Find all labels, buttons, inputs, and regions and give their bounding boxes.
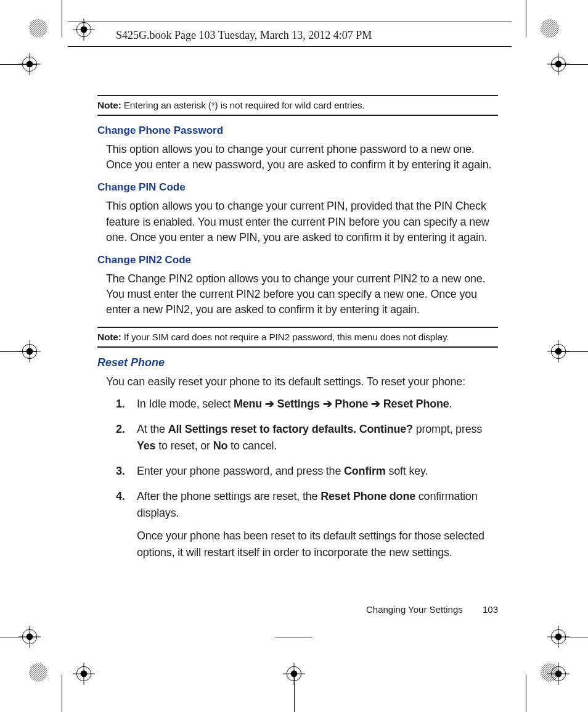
para-change-phone-password: This option allows you to change your cu… bbox=[106, 142, 498, 173]
registration-mark-icon bbox=[73, 663, 95, 685]
header-text: S425G.book Page 103 Tuesday, March 13, 2… bbox=[116, 29, 372, 42]
page-content: Note: Entering an asterisk (*) is not re… bbox=[97, 86, 498, 570]
step-number: 4. bbox=[116, 488, 125, 505]
heading-reset-phone: Reset Phone bbox=[97, 356, 498, 369]
para-change-pin2-code: The Change PIN2 option allows you to cha… bbox=[106, 271, 498, 318]
corner-ornament-icon bbox=[28, 18, 48, 38]
registration-mark-icon bbox=[18, 626, 41, 648]
registration-mark-icon bbox=[18, 340, 41, 362]
registration-mark-icon bbox=[18, 53, 41, 75]
reset-steps-list: 1. In Idle mode, select Menu ➔ Settings … bbox=[116, 396, 498, 561]
step-4: 4. After the phone settings are reset, t… bbox=[116, 488, 498, 561]
heading-change-pin2-code: Change PIN2 Code bbox=[97, 254, 498, 266]
heading-change-phone-password: Change Phone Password bbox=[97, 125, 498, 137]
registration-mark-icon bbox=[547, 53, 570, 75]
step-number: 3. bbox=[116, 463, 125, 480]
heading-change-pin-code: Change PIN Code bbox=[97, 181, 498, 194]
svg-point-43 bbox=[29, 663, 47, 682]
page-footer: Changing Your Settings 103 bbox=[97, 604, 498, 615]
registration-mark-icon bbox=[283, 663, 305, 685]
svg-point-44 bbox=[541, 663, 559, 682]
corner-ornament-icon bbox=[540, 663, 560, 682]
step-2: 2. At the All Settings reset to factory … bbox=[116, 421, 498, 454]
page-header: S425G.book Page 103 Tuesday, March 13, 2… bbox=[68, 22, 570, 46]
note-text: Entering an asterisk (*) is not required… bbox=[121, 100, 365, 110]
step-3: 3. Enter your phone password, and press … bbox=[116, 463, 498, 480]
note-asterisk: Note: Entering an asterisk (*) is not re… bbox=[97, 95, 498, 116]
svg-point-41 bbox=[29, 19, 47, 38]
footer-page-number: 103 bbox=[483, 604, 498, 615]
para-reset-phone: You can easily reset your phone to its d… bbox=[106, 374, 498, 390]
para-change-pin-code: This option allows you to change your cu… bbox=[106, 198, 498, 245]
note-pin2: Note: If your SIM card does not require … bbox=[97, 327, 498, 348]
step-number: 1. bbox=[116, 396, 125, 412]
note-label: Note: bbox=[97, 100, 121, 110]
registration-mark-icon bbox=[547, 340, 570, 362]
step-number: 2. bbox=[116, 421, 125, 438]
registration-mark-icon bbox=[547, 626, 570, 648]
step-4-followup: Once your phone has been reset to its de… bbox=[137, 528, 498, 561]
footer-section: Changing Your Settings bbox=[366, 604, 463, 615]
corner-ornament-icon bbox=[28, 663, 48, 682]
note-text: If your SIM card does not require a PIN2… bbox=[121, 332, 449, 342]
note-label: Note: bbox=[97, 332, 121, 342]
step-1: 1. In Idle mode, select Menu ➔ Settings … bbox=[116, 396, 498, 412]
